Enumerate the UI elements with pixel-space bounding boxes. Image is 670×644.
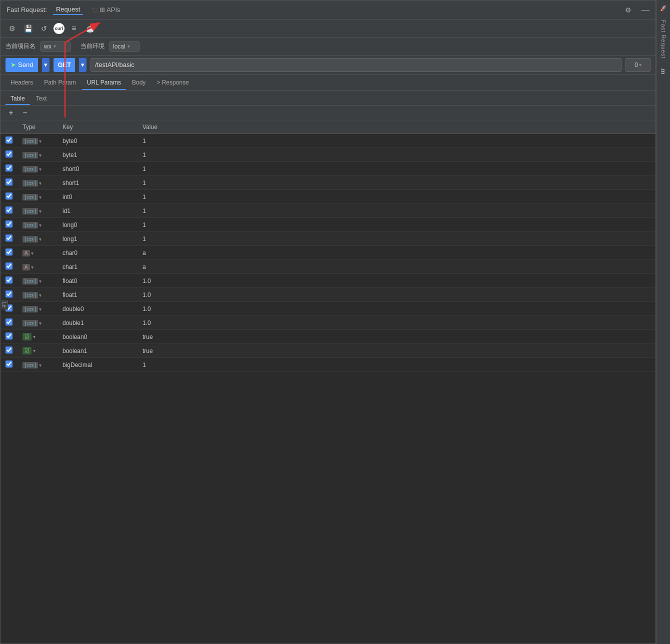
type-dropdown-arrow[interactable]: ▾ <box>38 236 42 242</box>
row-key: int0 <box>58 190 138 204</box>
add-row-button[interactable]: + <box>6 108 16 118</box>
gear-button[interactable]: ⚙ <box>6 22 18 35</box>
curl-button[interactable]: curl <box>54 23 64 34</box>
right-sidebar: 🚀 Fast Request m <box>656 0 670 644</box>
type-dropdown-arrow[interactable]: ▾ <box>30 264 34 270</box>
sidebar-rocket-icon[interactable]: 🚀 <box>658 2 670 14</box>
type-dropdown-arrow[interactable]: ▾ <box>38 222 42 228</box>
type-dropdown-arrow[interactable]: ▾ <box>38 306 42 312</box>
type-dropdown-arrow[interactable]: ▾ <box>32 348 36 354</box>
type-badge: |123| <box>22 278 38 284</box>
project-row: 当前项目名 wx ▾ 当前环境 local ▾ <box>0 38 656 56</box>
type-dropdown-arrow[interactable]: ▾ <box>38 362 42 368</box>
type-badge: A <box>22 264 30 270</box>
col-value: Value <box>138 120 656 134</box>
type-badge: |123| <box>22 208 38 214</box>
row-value: 1.0 <box>138 288 656 302</box>
row-checkbox[interactable] <box>6 276 12 284</box>
row-value: 1 <box>138 232 656 246</box>
response-num-value: 0 <box>634 62 638 68</box>
type-dropdown-arrow[interactable]: ▾ <box>38 138 42 144</box>
refresh-button[interactable]: ↺ <box>38 22 50 35</box>
table-toolbar: + − <box>0 106 656 120</box>
table-row: |123| ▾bigDecimal1 <box>0 358 656 372</box>
row-checkbox[interactable] <box>6 206 12 214</box>
project-select[interactable]: wx ▾ <box>40 42 70 52</box>
row-key: long0 <box>58 218 138 232</box>
params-table: Type Key Value |123| ▾byte01|123| ▾byte1… <box>0 120 656 372</box>
settings-icon[interactable]: ⚙ <box>625 6 632 14</box>
row-checkbox[interactable] <box>6 220 12 228</box>
row-value: 1 <box>138 218 656 232</box>
type-dropdown-arrow[interactable]: ▾ <box>30 250 34 256</box>
env-select[interactable]: local ▾ <box>110 42 140 52</box>
table-row: |123| ▾float01.0 <box>0 274 656 288</box>
type-dropdown-arrow[interactable]: ▾ <box>38 152 42 158</box>
row-key: float1 <box>58 288 138 302</box>
type-badge: |123| <box>22 306 38 312</box>
method-select[interactable]: GET <box>54 58 75 72</box>
tab-headers[interactable]: Headers <box>6 76 38 90</box>
tabs-bar: Headers Path Param URL Params Body > Res… <box>0 74 656 90</box>
type-badge: ☑ <box>22 347 32 354</box>
row-checkbox[interactable] <box>6 290 12 298</box>
comment-button[interactable]: ≡ <box>68 22 80 35</box>
tab-url-params[interactable]: URL Params <box>82 76 126 90</box>
minimize-icon[interactable]: — <box>642 6 650 14</box>
url-input[interactable] <box>90 58 622 72</box>
remove-row-button[interactable]: − <box>20 108 30 118</box>
row-checkbox[interactable] <box>6 318 12 326</box>
col-check <box>0 120 18 134</box>
sidebar-maven-label[interactable]: m <box>660 68 667 74</box>
row-key: id1 <box>58 204 138 218</box>
env-label: 当前环境 <box>80 42 104 50</box>
row-checkbox[interactable] <box>6 150 12 158</box>
send-row: ➤ Send ▾ GET ▾ 0 ▾ <box>0 56 656 74</box>
row-value: 1 <box>138 162 656 176</box>
type-dropdown-arrow[interactable]: ▾ <box>38 292 42 298</box>
row-key: bigDecimal <box>58 358 138 372</box>
sidebar-fast-request-label[interactable]: Fast Request <box>660 20 666 58</box>
row-checkbox[interactable] <box>6 178 12 186</box>
row-checkbox[interactable] <box>6 346 12 354</box>
tab-path-param[interactable]: Path Param <box>39 76 80 90</box>
project-select-arrow: ▾ <box>54 44 56 49</box>
type-dropdown-arrow[interactable]: ▾ <box>38 278 42 284</box>
row-checkbox[interactable] <box>6 234 12 242</box>
sub-tab-table[interactable]: Table <box>6 93 30 105</box>
row-key: double0 <box>58 302 138 316</box>
row-checkbox[interactable] <box>6 332 12 340</box>
save-button[interactable]: 💾 <box>22 22 34 35</box>
type-badge: |123| <box>22 320 38 326</box>
coffee-button[interactable]: ☕ <box>84 22 96 35</box>
row-checkbox[interactable] <box>6 360 12 368</box>
tab-body[interactable]: Body <box>127 76 150 90</box>
app-title: Fast Request: <box>6 6 47 14</box>
type-badge: |123| <box>22 166 38 172</box>
tab-apis[interactable]: ⊞ APIs <box>89 5 123 14</box>
tab-request[interactable]: Request <box>53 4 83 15</box>
type-dropdown-arrow[interactable]: ▾ <box>32 334 36 340</box>
row-checkbox[interactable] <box>6 248 12 256</box>
row-checkbox[interactable] <box>6 164 12 172</box>
method-dropdown-button[interactable]: ▾ <box>79 58 86 72</box>
tab-response[interactable]: > Response <box>152 76 194 90</box>
data-table-wrap: Type Key Value |123| ▾byte01|123| ▾byte1… <box>0 120 656 644</box>
send-button[interactable]: ➤ Send <box>6 58 38 72</box>
response-arrow-icon: ▾ <box>639 62 642 68</box>
type-dropdown-arrow[interactable]: ▾ <box>38 180 42 186</box>
row-key: float0 <box>58 274 138 288</box>
row-checkbox[interactable] <box>6 262 12 270</box>
table-row: |123| ▾byte01 <box>0 134 656 148</box>
type-dropdown-arrow[interactable]: ▾ <box>38 194 42 200</box>
col-type: Type <box>18 120 58 134</box>
terminal-icon: ⊞ <box>100 6 105 14</box>
type-dropdown-arrow[interactable]: ▾ <box>38 320 42 326</box>
send-dropdown-button[interactable]: ▾ <box>42 58 50 72</box>
row-checkbox[interactable] <box>6 136 12 144</box>
row-checkbox[interactable] <box>6 192 12 200</box>
type-dropdown-arrow[interactable]: ▾ <box>38 208 42 214</box>
type-dropdown-arrow[interactable]: ▾ <box>38 166 42 172</box>
sub-tab-text[interactable]: Text <box>31 93 52 105</box>
row-key: byte0 <box>58 134 138 148</box>
